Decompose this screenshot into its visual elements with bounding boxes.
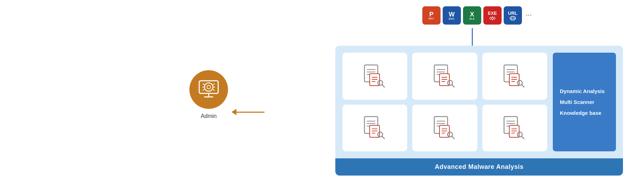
doc-search-icon-1 bbox=[363, 64, 387, 88]
panel-footer: Advanced Malware Analysis bbox=[335, 158, 623, 176]
svg-line-15 bbox=[203, 84, 204, 85]
doc-search-icon-5 bbox=[432, 116, 457, 140]
svg-line-72 bbox=[452, 136, 454, 139]
knowledge-base-label: Knowledge base bbox=[560, 110, 609, 116]
svg-point-14 bbox=[207, 85, 210, 89]
monitor-bug-icon bbox=[196, 77, 221, 102]
svg-line-62 bbox=[382, 136, 384, 139]
doc-search-icon-2 bbox=[432, 64, 457, 88]
left-arrow-head bbox=[232, 109, 236, 115]
doc-search-icon-4 bbox=[363, 116, 387, 140]
dynamic-analysis-label: Dynamic Analysis bbox=[560, 88, 609, 94]
admin-avatar bbox=[189, 70, 228, 109]
url-icon: URL bbox=[504, 6, 522, 25]
left-arrow-line bbox=[236, 112, 264, 113]
doc-cell-3 bbox=[482, 53, 547, 100]
svg-line-52 bbox=[522, 85, 524, 87]
svg-line-17 bbox=[203, 89, 204, 91]
svg-point-13 bbox=[204, 83, 213, 91]
svg-line-8 bbox=[494, 17, 495, 18]
panel-content: Dynamic Analysis Multi Scanner Knowledge… bbox=[335, 46, 623, 158]
svg-line-20 bbox=[213, 89, 215, 91]
ppt-icon: P PPT bbox=[422, 6, 441, 25]
exe-icon: EXE bbox=[483, 6, 502, 25]
admin-section: Admin bbox=[189, 70, 228, 119]
svg-line-7 bbox=[490, 19, 491, 19]
doc-cell-6 bbox=[482, 105, 547, 152]
word-icon: W DOC bbox=[443, 6, 461, 25]
svg-line-6 bbox=[494, 19, 495, 19]
labels-panel: Dynamic Analysis Multi Scanner Knowledge… bbox=[553, 53, 616, 151]
file-icons-row: P PPT W DOC X XLS EXE bbox=[422, 6, 532, 25]
more-icon: ··· bbox=[525, 11, 532, 20]
doc-search-icon-3 bbox=[502, 64, 527, 88]
doc-cell-2 bbox=[412, 53, 477, 100]
svg-line-5 bbox=[490, 17, 491, 18]
excel-icon: X XLS bbox=[463, 6, 481, 25]
admin-label: Admin bbox=[201, 113, 216, 119]
svg-line-42 bbox=[452, 85, 454, 87]
left-arrow bbox=[232, 109, 264, 115]
down-arrow-line bbox=[472, 28, 473, 46]
svg-point-0 bbox=[491, 17, 494, 19]
analysis-panel: Dynamic Analysis Multi Scanner Knowledge… bbox=[335, 46, 623, 176]
doc-cell-4 bbox=[342, 105, 407, 152]
doc-search-icon-6 bbox=[502, 116, 527, 140]
multi-scanner-label: Multi Scanner bbox=[560, 99, 609, 105]
doc-cell-1 bbox=[342, 53, 407, 100]
svg-line-32 bbox=[382, 85, 384, 87]
svg-line-82 bbox=[522, 136, 524, 139]
doc-cell-5 bbox=[412, 105, 477, 152]
main-container: P PPT W DOC X XLS EXE bbox=[0, 0, 644, 191]
doc-grid bbox=[342, 53, 547, 151]
gear-icon bbox=[489, 16, 496, 20]
svg-line-18 bbox=[213, 84, 215, 85]
globe-icon bbox=[510, 16, 516, 20]
